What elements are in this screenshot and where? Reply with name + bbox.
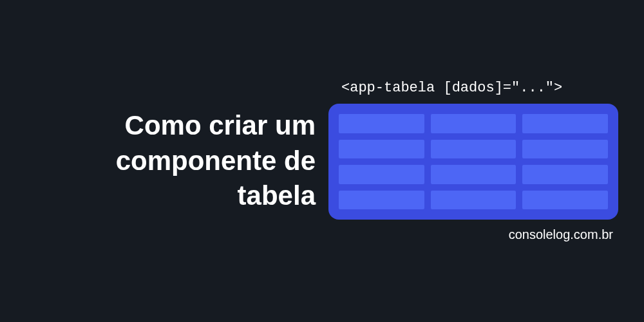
title-line-1: Como criar um <box>125 110 316 140</box>
table-cell <box>339 165 424 184</box>
table-cell <box>522 165 608 184</box>
table-cell <box>339 140 424 159</box>
table-cell <box>431 114 516 133</box>
table-cell <box>431 165 516 184</box>
banner-container: Como criar um componente de tabela <app-… <box>0 0 644 322</box>
table-cell <box>339 114 424 133</box>
title-line-2: componente de <box>116 146 316 176</box>
table-cell <box>522 114 608 133</box>
table-cell <box>522 191 608 210</box>
site-credit: consolelog.com.br <box>328 227 618 242</box>
table-cell <box>339 191 424 210</box>
table-cell <box>522 140 608 159</box>
table-cell <box>431 191 516 210</box>
table-illustration <box>328 104 618 220</box>
table-cell <box>431 140 516 159</box>
main-title: Como criar um componente de tabela <box>26 108 316 214</box>
illustration-section: <app-tabela [dados]="..."> consolelog.co… <box>328 80 618 242</box>
title-section: Como criar um componente de tabela <box>26 108 328 214</box>
code-snippet: <app-tabela [dados]="..."> <box>328 80 618 96</box>
title-line-3: tabela <box>238 180 316 211</box>
